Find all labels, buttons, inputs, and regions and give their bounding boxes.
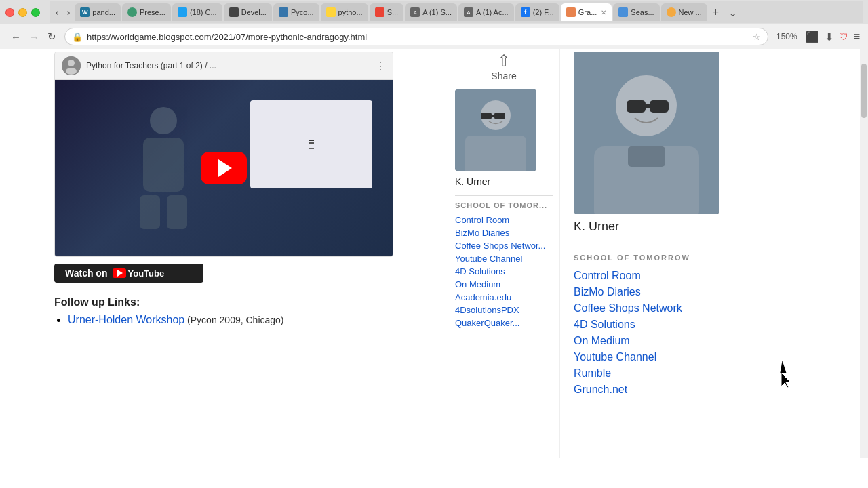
download-button[interactable]: ⬇ (825, 30, 833, 43)
sidebar-link-medium[interactable]: On Medium (455, 279, 553, 289)
tab-pyc[interactable]: Pyco... (273, 3, 319, 21)
scrollbar-thumb[interactable] (861, 64, 867, 118)
right-link-grunch[interactable]: Grunch.net (574, 384, 804, 396)
right-link-on-medium[interactable]: On Medium (574, 335, 804, 347)
follow-up-section: Follow up Links: Urner-Holden Workshop (… (54, 296, 434, 326)
tab-dev[interactable]: Devel... (224, 3, 272, 21)
menu-button[interactable]: ≡ (854, 30, 860, 43)
right-link-coffee-shops[interactable]: Coffee Shops Network (574, 302, 804, 314)
close-button[interactable] (5, 8, 14, 17)
page-content: Python for Teachers (part 1 of 2) / ... … (0, 49, 868, 458)
extensions-button[interactable]: ⬛ (806, 30, 819, 43)
profile-pic-small (455, 89, 536, 171)
blog-main: Python for Teachers (part 1 of 2) / ... … (0, 49, 448, 458)
sidebar-link-quaker[interactable]: QuakerQuaker... (455, 318, 553, 328)
link-suffix: (Pycon 2009, Chicago) (184, 314, 283, 325)
right-link-control-room[interactable]: Control Room (574, 270, 804, 282)
scrollbar[interactable] (860, 49, 868, 458)
svg-rect-5 (140, 195, 160, 229)
sidebar-link-youtube[interactable]: Youtube Channel (455, 253, 553, 264)
tab-forward-btn[interactable]: › (64, 5, 74, 19)
play-button[interactable] (201, 152, 247, 184)
url-field[interactable]: 🔒 https://worldgame.blogspot.com/2021/07… (64, 28, 768, 45)
school-links-right: Control Room BizMo Diaries Coffee Shops … (574, 270, 804, 396)
svg-rect-10 (481, 113, 492, 119)
svg-rect-12 (492, 115, 494, 117)
sidebar-link-4d[interactable]: 4D Solutions (455, 266, 553, 277)
profile-name-small: K. Urner (455, 176, 553, 187)
tab-gr[interactable]: Gra... ✕ (561, 3, 612, 21)
sidebar-right: K. Urner SCHOOL OF TOMORROW Control Room… (559, 49, 817, 458)
security-icon: 🔒 (72, 32, 83, 42)
video-embed: Python for Teachers (part 1 of 2) / ... … (54, 52, 434, 283)
maximize-button[interactable] (31, 8, 40, 17)
video-channel: Python for Teachers (part 1 of 2) / ... (86, 61, 216, 70)
tab-wp[interactable]: W pand... (75, 3, 121, 21)
tab-fb[interactable]: f (2) F... (515, 3, 559, 21)
divider (574, 245, 804, 245)
svg-rect-17 (646, 104, 650, 108)
tab-a1[interactable]: A A (1) S... (405, 3, 457, 21)
watch-on-label: Watch on (65, 268, 107, 279)
follow-up-heading: Follow up Links: (54, 296, 434, 308)
browser-chrome: ‹ › W pand... Prese... (18) C... Devel..… (0, 0, 868, 49)
tab-prezi[interactable]: Prese... (122, 3, 171, 21)
share-icon[interactable]: ⇧ (455, 52, 553, 70)
share-section: ⇧ Share (455, 52, 553, 81)
minimize-button[interactable] (18, 8, 27, 17)
tabs-bar: ‹ › W pand... Prese... (18) C... Devel..… (50, 1, 863, 23)
svg-rect-6 (167, 195, 187, 229)
svg-rect-16 (650, 100, 669, 113)
tab-list-button[interactable]: ⌄ (724, 6, 741, 19)
youtube-word: YouTube (127, 268, 164, 279)
right-link-youtube-channel[interactable]: Youtube Channel (574, 351, 804, 363)
svg-point-2 (66, 68, 77, 75)
back-button[interactable]: ← (8, 29, 24, 44)
shield-icon[interactable]: 🛡 (839, 31, 848, 42)
profile-pic-large (574, 52, 719, 214)
svg-rect-4 (143, 138, 184, 192)
school-label-right: SCHOOL OF TOMORROW (574, 253, 804, 262)
share-label: Share (455, 70, 553, 81)
tab-twitter[interactable]: (18) C... (172, 3, 222, 21)
address-bar: ← → ↻ 🔒 https://worldgame.blogspot.com/2… (0, 24, 868, 49)
svg-rect-11 (494, 113, 505, 119)
tab-close-icon[interactable]: ✕ (601, 9, 606, 16)
right-link-4d-solutions[interactable]: 4D Solutions (574, 319, 804, 331)
url-text: https://worldgame.blogspot.com/2021/07/m… (87, 32, 749, 42)
forward-button[interactable]: → (26, 29, 42, 44)
list-item: Urner-Holden Workshop (Pycon 2009, Chica… (68, 314, 434, 326)
svg-rect-15 (627, 100, 646, 113)
watch-on-youtube-button[interactable]: Watch on YouTube (54, 264, 203, 283)
school-section-label-mid: SCHOOL OF TOMOR... (455, 195, 553, 209)
sidebar-link-control-room[interactable]: Control Room (455, 215, 553, 225)
traffic-lights (5, 8, 40, 17)
urner-holden-link[interactable]: Urner-Holden Workshop (68, 314, 184, 325)
new-tab-button[interactable]: + (709, 6, 723, 18)
right-link-rumble[interactable]: Rumble (574, 367, 804, 380)
tab-gmail[interactable]: S... (370, 3, 404, 21)
svg-rect-3 (150, 107, 177, 134)
svg-rect-19 (628, 146, 665, 167)
reload-button[interactable]: ↻ (45, 29, 59, 44)
zoom-level[interactable]: 150% (774, 30, 800, 43)
tab-py[interactable]: pytho... (321, 3, 368, 21)
tab-a2[interactable]: A A (1) Ac... (458, 3, 514, 21)
svg-rect-9 (465, 136, 526, 171)
sidebar-link-4dpdx[interactable]: 4DsolutionsPDX (455, 305, 553, 315)
tab-new[interactable]: New ... (661, 3, 707, 21)
sidebar-middle: ⇧ Share K. Urner SCHOOL OF T (448, 49, 559, 458)
right-link-bizmo[interactable]: BizMo Diaries (574, 286, 804, 298)
sidebar-link-bizmo[interactable]: BizMo Diaries (455, 228, 553, 238)
follow-up-list: Urner-Holden Workshop (Pycon 2009, Chica… (54, 314, 434, 326)
title-bar: ‹ › W pand... Prese... (18) C... Devel..… (0, 0, 868, 24)
youtube-logo: YouTube (113, 268, 164, 279)
sidebar-link-coffee[interactable]: Coffee Shops Networ... (455, 241, 553, 251)
profile-name-large: K. Urner (574, 220, 804, 234)
svg-point-1 (68, 60, 75, 66)
sidebar-link-academia[interactable]: Academia.edu (455, 292, 553, 302)
tab-seas[interactable]: Seas... (613, 3, 659, 21)
tab-back-btn[interactable]: ‹ (52, 5, 62, 19)
video-thumbnail[interactable] (55, 80, 393, 256)
bookmark-icon[interactable]: ☆ (753, 32, 761, 42)
